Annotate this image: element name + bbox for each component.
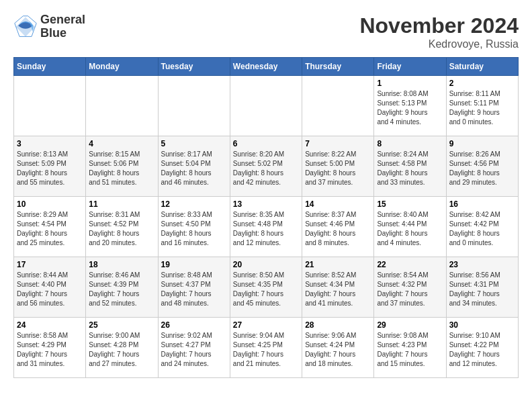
- calendar-table: SundayMondayTuesdayWednesdayThursdayFrid…: [13, 57, 519, 378]
- day-number: 14: [305, 199, 371, 209]
- day-info: Sunrise: 9:06 AM Sunset: 4:24 PM Dayligh…: [305, 331, 371, 369]
- empty-cell: [14, 76, 86, 136]
- calendar-day-cell: 23Sunrise: 8:56 AM Sunset: 4:31 PM Dayli…: [446, 257, 518, 318]
- calendar-day-cell: 6Sunrise: 8:20 AM Sunset: 5:02 PM Daylig…: [230, 136, 302, 197]
- calendar-day-cell: 11Sunrise: 8:31 AM Sunset: 4:52 PM Dayli…: [86, 197, 158, 257]
- logo-text: General Blue: [40, 13, 85, 40]
- day-number: 27: [233, 320, 299, 330]
- calendar-day-cell: 8Sunrise: 8:24 AM Sunset: 4:58 PM Daylig…: [374, 136, 446, 197]
- calendar-day-cell: 10Sunrise: 8:29 AM Sunset: 4:54 PM Dayli…: [14, 197, 86, 257]
- day-info: Sunrise: 8:11 AM Sunset: 5:11 PM Dayligh…: [449, 89, 515, 127]
- day-info: Sunrise: 8:50 AM Sunset: 4:35 PM Dayligh…: [233, 271, 299, 308]
- day-info: Sunrise: 8:35 AM Sunset: 4:48 PM Dayligh…: [233, 210, 299, 248]
- day-info: Sunrise: 8:31 AM Sunset: 4:52 PM Dayligh…: [89, 210, 154, 248]
- calendar-day-cell: 5Sunrise: 8:17 AM Sunset: 5:04 PM Daylig…: [158, 136, 230, 197]
- day-number: 23: [449, 260, 515, 269]
- calendar-week-row: 10Sunrise: 8:29 AM Sunset: 4:54 PM Dayli…: [14, 197, 519, 257]
- calendar-day-cell: 26Sunrise: 9:02 AM Sunset: 4:27 PM Dayli…: [158, 318, 230, 378]
- day-number: 13: [233, 199, 299, 209]
- day-number: 26: [161, 320, 227, 330]
- day-info: Sunrise: 8:40 AM Sunset: 4:44 PM Dayligh…: [377, 210, 443, 248]
- day-info: Sunrise: 8:52 AM Sunset: 4:34 PM Dayligh…: [305, 271, 371, 308]
- month-title: November 2024: [359, 13, 519, 38]
- day-number: 22: [377, 260, 443, 269]
- day-number: 1: [377, 79, 443, 88]
- day-number: 9: [449, 139, 515, 148]
- day-info: Sunrise: 9:08 AM Sunset: 4:23 PM Dayligh…: [377, 331, 443, 369]
- calendar-day-cell: 12Sunrise: 8:33 AM Sunset: 4:50 PM Dayli…: [158, 197, 230, 257]
- day-number: 18: [89, 260, 154, 269]
- calendar-week-row: 3Sunrise: 8:13 AM Sunset: 5:09 PM Daylig…: [14, 136, 519, 197]
- calendar-day-cell: 30Sunrise: 9:10 AM Sunset: 4:22 PM Dayli…: [446, 318, 518, 378]
- col-header-thursday: Thursday: [302, 58, 374, 76]
- day-number: 16: [449, 199, 515, 209]
- col-header-wednesday: Wednesday: [230, 58, 302, 76]
- day-info: Sunrise: 8:22 AM Sunset: 5:00 PM Dayligh…: [305, 150, 371, 187]
- day-info: Sunrise: 8:33 AM Sunset: 4:50 PM Dayligh…: [161, 210, 227, 248]
- day-info: Sunrise: 8:42 AM Sunset: 4:42 PM Dayligh…: [449, 210, 515, 248]
- calendar-header-row: SundayMondayTuesdayWednesdayThursdayFrid…: [14, 58, 519, 76]
- calendar-day-cell: 14Sunrise: 8:37 AM Sunset: 4:46 PM Dayli…: [302, 197, 374, 257]
- calendar-week-row: 1Sunrise: 8:08 AM Sunset: 5:13 PM Daylig…: [14, 76, 519, 136]
- calendar-week-row: 17Sunrise: 8:44 AM Sunset: 4:40 PM Dayli…: [14, 257, 519, 318]
- day-info: Sunrise: 8:46 AM Sunset: 4:39 PM Dayligh…: [89, 271, 154, 308]
- calendar-day-cell: 9Sunrise: 8:26 AM Sunset: 4:56 PM Daylig…: [446, 136, 518, 197]
- day-info: Sunrise: 8:56 AM Sunset: 4:31 PM Dayligh…: [449, 271, 515, 308]
- logo: General Blue: [13, 13, 85, 40]
- day-number: 15: [377, 199, 443, 209]
- calendar-day-cell: 16Sunrise: 8:42 AM Sunset: 4:42 PM Dayli…: [446, 197, 518, 257]
- empty-cell: [230, 76, 302, 136]
- calendar-day-cell: 25Sunrise: 9:00 AM Sunset: 4:28 PM Dayli…: [86, 318, 158, 378]
- day-info: Sunrise: 8:29 AM Sunset: 4:54 PM Dayligh…: [17, 210, 83, 248]
- day-number: 3: [17, 139, 83, 148]
- col-header-sunday: Sunday: [14, 58, 86, 76]
- col-header-friday: Friday: [374, 58, 446, 76]
- day-number: 8: [377, 139, 443, 148]
- day-info: Sunrise: 8:37 AM Sunset: 4:46 PM Dayligh…: [305, 210, 371, 248]
- location-subtitle: Kedrovoye, Russia: [359, 38, 519, 50]
- day-number: 12: [161, 199, 227, 209]
- day-info: Sunrise: 9:02 AM Sunset: 4:27 PM Dayligh…: [161, 331, 227, 369]
- day-number: 21: [305, 260, 371, 269]
- calendar-day-cell: 22Sunrise: 8:54 AM Sunset: 4:32 PM Dayli…: [374, 257, 446, 318]
- day-info: Sunrise: 8:15 AM Sunset: 5:06 PM Dayligh…: [89, 150, 154, 187]
- day-info: Sunrise: 8:20 AM Sunset: 5:02 PM Dayligh…: [233, 150, 299, 187]
- day-info: Sunrise: 9:10 AM Sunset: 4:22 PM Dayligh…: [449, 331, 515, 369]
- day-info: Sunrise: 8:13 AM Sunset: 5:09 PM Dayligh…: [17, 150, 83, 187]
- day-info: Sunrise: 8:26 AM Sunset: 4:56 PM Dayligh…: [449, 150, 515, 187]
- day-number: 24: [17, 320, 83, 330]
- day-number: 20: [233, 260, 299, 269]
- calendar-day-cell: 21Sunrise: 8:52 AM Sunset: 4:34 PM Dayli…: [302, 257, 374, 318]
- day-number: 19: [161, 260, 227, 269]
- day-info: Sunrise: 8:08 AM Sunset: 5:13 PM Dayligh…: [377, 89, 443, 127]
- day-info: Sunrise: 8:54 AM Sunset: 4:32 PM Dayligh…: [377, 271, 443, 308]
- day-number: 25: [89, 320, 154, 330]
- day-number: 2: [449, 79, 515, 88]
- col-header-saturday: Saturday: [446, 58, 518, 76]
- day-number: 7: [305, 139, 371, 148]
- col-header-monday: Monday: [86, 58, 158, 76]
- calendar-day-cell: 20Sunrise: 8:50 AM Sunset: 4:35 PM Dayli…: [230, 257, 302, 318]
- day-number: 30: [449, 320, 515, 330]
- empty-cell: [302, 76, 374, 136]
- calendar-day-cell: 15Sunrise: 8:40 AM Sunset: 4:44 PM Dayli…: [374, 197, 446, 257]
- day-number: 28: [305, 320, 371, 330]
- day-info: Sunrise: 9:04 AM Sunset: 4:25 PM Dayligh…: [233, 331, 299, 369]
- calendar-week-row: 24Sunrise: 8:58 AM Sunset: 4:29 PM Dayli…: [14, 318, 519, 378]
- logo-icon: [13, 15, 38, 39]
- calendar-day-cell: 29Sunrise: 9:08 AM Sunset: 4:23 PM Dayli…: [374, 318, 446, 378]
- day-info: Sunrise: 8:48 AM Sunset: 4:37 PM Dayligh…: [161, 271, 227, 308]
- title-area: November 2024 Kedrovoye, Russia: [359, 13, 519, 50]
- day-number: 10: [17, 199, 83, 209]
- calendar-day-cell: 28Sunrise: 9:06 AM Sunset: 4:24 PM Dayli…: [302, 318, 374, 378]
- day-number: 29: [377, 320, 443, 330]
- day-number: 5: [161, 139, 227, 148]
- calendar-day-cell: 17Sunrise: 8:44 AM Sunset: 4:40 PM Dayli…: [14, 257, 86, 318]
- empty-cell: [158, 76, 230, 136]
- day-info: Sunrise: 8:58 AM Sunset: 4:29 PM Dayligh…: [17, 331, 83, 369]
- day-number: 11: [89, 199, 154, 209]
- day-info: Sunrise: 8:44 AM Sunset: 4:40 PM Dayligh…: [17, 271, 83, 308]
- calendar-day-cell: 3Sunrise: 8:13 AM Sunset: 5:09 PM Daylig…: [14, 136, 86, 197]
- calendar-day-cell: 18Sunrise: 8:46 AM Sunset: 4:39 PM Dayli…: [86, 257, 158, 318]
- calendar-day-cell: 2Sunrise: 8:11 AM Sunset: 5:11 PM Daylig…: [446, 76, 518, 136]
